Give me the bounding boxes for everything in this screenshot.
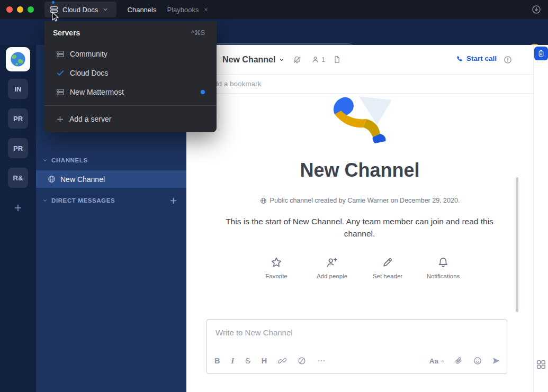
pencil-icon: [382, 257, 393, 268]
chevron-down-icon: [279, 57, 285, 63]
titlebar: Cloud Docs Channels Playbooks: [0, 0, 548, 19]
download-icon[interactable]: [532, 5, 541, 14]
channel-files-icon[interactable]: [333, 56, 341, 63]
add-direct-message-icon[interactable]: [169, 197, 177, 205]
team-item-globe[interactable]: [6, 47, 30, 71]
window-close-button[interactable]: [6, 6, 13, 13]
menu-item-label: Cloud Docs: [70, 69, 108, 77]
server-icon: [56, 50, 65, 58]
composer-toolbar: B I S H ⋯ Aa: [214, 352, 500, 369]
tab-channels[interactable]: Channels: [123, 0, 161, 19]
team-item-pr1[interactable]: PR: [8, 108, 28, 129]
chevron-down-icon: [42, 198, 48, 203]
mouse-cursor: [51, 12, 59, 22]
servers-menu-header: Servers ^⌘S: [44, 28, 217, 37]
more-formatting-icon[interactable]: ⋯: [317, 356, 326, 366]
team-item-r[interactable]: R&: [8, 168, 28, 188]
composer-right-buttons: Aa: [429, 357, 500, 365]
close-tab-icon[interactable]: [203, 7, 209, 12]
menu-separator: [44, 105, 217, 106]
check-icon: [56, 69, 65, 77]
unread-dot: [201, 90, 205, 94]
team-item-in[interactable]: IN: [8, 79, 28, 99]
action-label: Notifications: [427, 273, 460, 279]
add-people-button[interactable]: Add people: [312, 257, 352, 279]
add-team-button[interactable]: [8, 198, 28, 218]
globe-icon: [260, 197, 267, 204]
playbooks-app-icon[interactable]: [534, 47, 548, 60]
menu-item-cloud-docs[interactable]: Cloud Docs: [44, 63, 217, 83]
channel-title-label: New Channel: [222, 55, 275, 65]
channels-section-header[interactable]: CHANNELS: [42, 157, 88, 163]
channels-section-label: CHANNELS: [51, 157, 88, 163]
favorite-button[interactable]: Favorite: [256, 257, 297, 279]
window-minimize-button[interactable]: [17, 6, 23, 13]
scrollbar[interactable]: [516, 177, 518, 312]
bell-muted-icon[interactable]: [293, 56, 301, 64]
paperclip-icon[interactable]: [455, 357, 463, 365]
window-zoom-button[interactable]: [28, 6, 34, 13]
action-label: Set header: [373, 273, 402, 279]
apps-grid-icon[interactable]: [536, 359, 546, 370]
add-server-label: Add a server: [69, 115, 111, 123]
menu-item-new-mattermost[interactable]: New Mattermost: [44, 83, 217, 102]
aa-label: Aa: [429, 357, 438, 365]
menu-item-label: Community: [70, 50, 107, 58]
chevron-down-icon: [42, 158, 48, 163]
channel-item-label: New Channel: [60, 175, 105, 184]
channel-intro-heading: New Channel: [186, 159, 533, 181]
toggle-formatting-button[interactable]: Aa: [429, 357, 445, 365]
channel-info-icon[interactable]: [504, 56, 512, 64]
member-count: 1: [321, 56, 325, 63]
add-server-button[interactable]: Add a server: [44, 109, 217, 129]
team-sidebar: IN PR PR R&: [0, 45, 36, 392]
heading-button[interactable]: H: [262, 357, 267, 365]
slash-command-icon[interactable]: [298, 357, 306, 365]
team-initials: IN: [15, 85, 22, 93]
send-icon[interactable]: [492, 357, 500, 365]
globe-icon: [48, 175, 56, 183]
team-initials: PR: [13, 144, 23, 152]
tab-channels-label: Channels: [128, 6, 157, 14]
channel-intro-illustration: [329, 96, 393, 147]
plus-icon: [14, 204, 22, 212]
direct-messages-section-header[interactable]: DIRECT MESSAGES: [42, 197, 115, 204]
earth-icon: [10, 51, 26, 68]
emoji-icon[interactable]: [473, 357, 482, 365]
start-call-label: Start call: [466, 54, 497, 62]
bold-button[interactable]: B: [214, 357, 220, 365]
link-icon[interactable]: [278, 357, 286, 365]
menu-item-community[interactable]: Community: [44, 44, 217, 63]
channel-intro-body: This is the start of New Channel. Any te…: [211, 215, 508, 240]
set-header-button[interactable]: Set header: [367, 257, 408, 279]
channel-meta-text: Public channel created by Carrie Warner …: [270, 197, 460, 204]
servers-dropdown-menu: Servers ^⌘S Community Cloud Docs New Mat…: [44, 21, 217, 132]
start-call-button[interactable]: Start call: [455, 54, 497, 62]
bookmark-bar[interactable]: Add a bookmark: [186, 75, 533, 94]
chevron-down-icon: [102, 6, 109, 13]
add-people-icon: [326, 257, 338, 268]
servers-menu-items: Community Cloud Docs New Mattermost: [44, 44, 217, 102]
server-icon: [56, 88, 65, 96]
message-input[interactable]: Write to New Channel: [215, 328, 293, 337]
action-label: Add people: [317, 273, 347, 279]
member-count-button[interactable]: 1: [311, 56, 325, 63]
italic-button[interactable]: I: [231, 357, 234, 366]
star-icon: [271, 257, 282, 268]
strikethrough-button[interactable]: S: [245, 357, 250, 365]
main-content: New Channel 1 Start call Add a bookmark: [186, 45, 533, 392]
bell-icon: [437, 257, 449, 268]
team-item-pr2[interactable]: PR: [8, 138, 28, 158]
action-label: Favorite: [265, 273, 288, 279]
server-name-label: Cloud Docs: [62, 6, 98, 14]
plus-icon: [56, 115, 64, 123]
tab-playbooks-label: Playbooks: [167, 6, 199, 14]
channel-title-button[interactable]: New Channel: [222, 45, 285, 75]
message-composer: Write to New Channel B I S H ⋯ Aa: [206, 319, 507, 374]
tab-playbooks[interactable]: Playbooks: [165, 0, 211, 19]
channel-item-new-channel[interactable]: New Channel: [36, 170, 186, 188]
phone-icon: [455, 55, 463, 62]
menu-item-label: New Mattermost: [70, 88, 124, 96]
channel-intro-actions: Favorite Add people Set header Notificat…: [186, 257, 533, 279]
notifications-button[interactable]: Notifications: [423, 257, 463, 279]
